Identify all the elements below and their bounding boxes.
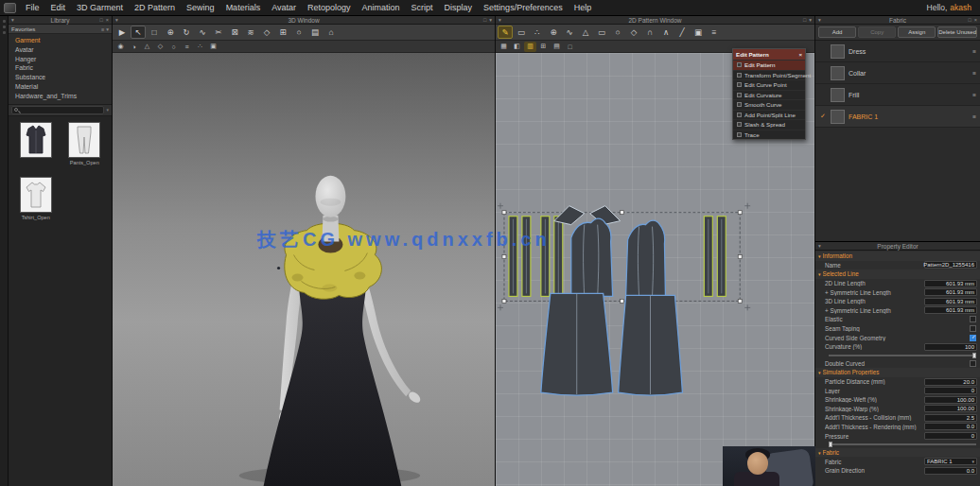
reset-view-icon[interactable]: ⌂ [324,26,339,39]
edit-point-icon[interactable]: ∴ [530,26,545,39]
library-item-pants[interactable]: Pants_Open [64,122,106,165]
edit-curvature-icon[interactable]: ∿ [562,26,577,39]
measure-tape-icon[interactable]: ∴ [194,42,206,52]
chevron-down-icon[interactable]: ▾ [818,243,821,249]
menu-item[interactable]: Settings/Preferences [478,0,569,15]
library-tree-item[interactable]: Avatar [15,45,112,55]
library-tree-item[interactable]: Substance [15,73,112,82]
fabric-settings-icon[interactable]: ≡ [972,92,976,98]
curved-side-checkbox[interactable] [970,335,976,341]
menu-item[interactable]: Avatar [266,0,302,15]
curve-tool-icon[interactable]: ∩ [642,26,657,39]
context-menu-item[interactable]: Trace [733,130,805,140]
close-icon[interactable]: × [974,17,977,23]
show-seamline-icon[interactable]: ◧ [511,42,523,52]
selected-line-section-header[interactable]: Selected Line [815,269,980,279]
fold-arrangement-icon[interactable]: ⊠ [227,26,242,39]
chevron-down-icon[interactable]: ▾ [106,107,109,113]
rectangle-tool-icon[interactable]: ▭ [594,26,609,39]
trace-icon[interactable]: ▣ [691,26,706,39]
show-shoes-icon[interactable]: △ [141,42,153,52]
search-input[interactable] [11,106,104,114]
avatar-size-icon[interactable]: ≡ [181,42,193,52]
context-menu-item[interactable]: Edit Curvature [733,90,805,100]
context-menu-item[interactable]: Edit Curve Point [733,79,805,90]
chevron-down-icon[interactable]: ▾ [115,17,118,23]
chevron-down-icon[interactable]: ▾ [489,17,492,23]
assign-button[interactable]: Assign [898,26,936,38]
library-tree-item[interactable]: Fabric [15,63,112,73]
grid-snap-icon[interactable]: ⊞ [275,26,290,39]
menu-item[interactable]: Help [569,0,598,15]
float-panel-icon[interactable]: □ [483,17,486,23]
add-point-icon[interactable]: ⊕ [546,26,561,39]
arrangement-icon[interactable]: ▣ [207,42,219,52]
show-avatar-icon[interactable]: ◉ [114,42,127,52]
seam-taping-checkbox[interactable] [970,325,976,332]
property-value-field[interactable]: 0 [924,387,977,394]
list-view-icon[interactable]: ≡ [101,26,104,32]
simulation-section-header[interactable]: Simulation Properties [815,368,980,377]
fabric-row-frill[interactable]: Frill ≡ [815,84,980,106]
show-annotation-icon[interactable]: ▤ [551,42,563,52]
library-item-garment[interactable] [15,122,57,165]
dart-icon[interactable]: ◇ [259,26,274,39]
chevron-down-icon[interactable]: ▾ [818,17,821,23]
avatar-pose-icon[interactable]: ○ [167,42,180,52]
context-menu-item[interactable]: Slash & Spread [733,119,805,130]
fabric-section-header[interactable]: Fabric [815,448,980,458]
account-greeting[interactable]: Hello, akash [927,3,980,12]
property-value-field[interactable]: 100.00 [924,396,977,404]
elastic-checkbox[interactable] [970,316,976,322]
context-menu-item[interactable]: Transform Point/Segment [733,70,805,80]
fabric-row-collar[interactable]: Collar ≡ [815,62,980,84]
close-icon[interactable]: × [798,52,802,58]
library-item-tshirt[interactable]: Tshirt_Open [15,177,57,220]
steam-icon[interactable]: ≋ [243,26,258,39]
polygon-tool-icon[interactable]: △ [578,26,593,39]
library-tree-item[interactable]: Hardware_and_Trims [15,92,112,101]
menu-item[interactable]: File [20,0,45,15]
circle-tool-icon[interactable]: ○ [610,26,625,39]
fabric-settings-icon[interactable]: ≡ [972,113,976,120]
pattern-piece-bodice-back[interactable] [626,220,666,296]
chevron-down-icon[interactable]: ▾ [11,17,14,23]
show-hair-icon[interactable]: ◑ [128,42,140,52]
property-value-field[interactable]: 0.0 [924,423,977,430]
close-icon[interactable]: × [106,17,109,23]
pattern-piece-strips-selected[interactable] [509,217,726,297]
context-menu-item[interactable]: Add Point/Split Line [733,110,805,120]
free-sewing-icon[interactable]: ∿ [195,26,210,39]
slider-handle[interactable] [829,442,832,447]
pressure-value-field[interactable]: 0 [924,432,977,440]
cut-and-sew-icon[interactable]: ✂ [211,26,226,39]
pattern-piece-bodice-front[interactable] [571,218,613,296]
fabric-dropdown[interactable]: FABRIC 1 ▾ [924,458,977,465]
copy-button[interactable]: Copy [858,26,896,38]
property-value-field[interactable]: 20.0 [924,378,977,386]
slider-handle[interactable] [972,353,976,358]
chevron-down-icon[interactable]: ▾ [809,17,812,23]
chevron-down-icon[interactable]: ▾ [106,26,109,32]
name-value-field[interactable]: Pattern2D_1255416 [924,261,977,269]
menu-item[interactable]: Animation [357,0,406,15]
library-tree-item[interactable]: Material [15,82,112,92]
notch-tool-icon[interactable]: ∧ [658,26,674,39]
show-texture-icon[interactable]: □ [564,42,576,52]
rotate-view-icon[interactable]: ↻ [179,26,194,39]
float-panel-icon[interactable]: □ [99,17,102,23]
dart-tool-icon[interactable]: ◇ [626,26,641,39]
property-value-field[interactable]: 601.93 mm [924,298,977,305]
3d-viewport[interactable] [113,53,495,486]
menu-item[interactable]: Edit [45,0,72,15]
context-menu-item[interactable]: Smooth Curve [733,99,805,110]
menu-item[interactable]: Display [439,0,479,15]
float-panel-icon[interactable]: □ [803,17,806,23]
curvature-value-field[interactable]: 100 [924,343,977,351]
property-value-field[interactable]: 100.00 [924,405,977,412]
property-value-field[interactable]: 601.93 mm [924,280,977,287]
menu-item[interactable]: Retopology [302,0,357,15]
select-mesh-icon[interactable]: □ [147,26,162,39]
information-section-header[interactable]: Information [815,252,980,261]
menu-item[interactable]: 3D Garment [71,0,129,15]
